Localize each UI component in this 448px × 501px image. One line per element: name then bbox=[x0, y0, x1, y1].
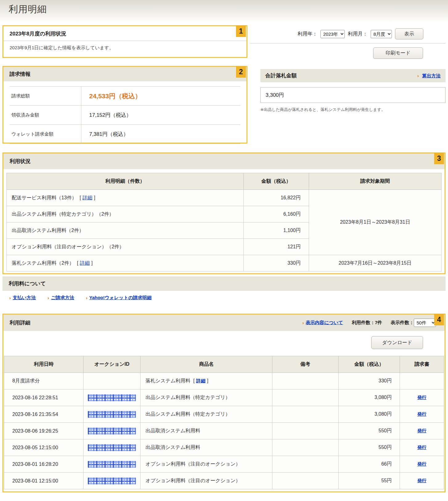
page-title: 利用明細 bbox=[9, 3, 47, 16]
month-label: 利用月： bbox=[348, 31, 368, 37]
column-header: 商品名 bbox=[141, 356, 272, 373]
per-page-label: 表示件数： bbox=[391, 320, 414, 326]
auction-id-masked bbox=[88, 444, 136, 451]
usage-datetime-cell: 8月度請求分 bbox=[4, 373, 83, 389]
total-win-amount: 3,300円 bbox=[260, 87, 446, 103]
column-header: 金額（税込） bbox=[244, 173, 309, 190]
auction-id-masked bbox=[88, 478, 136, 484]
auction-id-masked bbox=[88, 394, 136, 401]
payment-method-link[interactable]: 支払い方法 bbox=[13, 295, 36, 301]
table-row: 請求総額 24,533円（税込） bbox=[10, 87, 240, 106]
billing-method-link[interactable]: ご請求方法 bbox=[51, 295, 74, 301]
per-page-select[interactable]: 50件 bbox=[414, 319, 436, 327]
invoice-cell: 発行 bbox=[400, 423, 444, 439]
auction-id-masked bbox=[88, 428, 136, 434]
usage-amount-cell: 1,100円 bbox=[244, 222, 309, 239]
invoice-cell: 発行 bbox=[400, 389, 444, 406]
issue-invoice-link[interactable]: 発行 bbox=[417, 428, 426, 433]
show-button[interactable]: 表示 bbox=[395, 28, 423, 39]
note-cell bbox=[272, 406, 338, 423]
auction-id-cell bbox=[83, 389, 141, 406]
amount-cell: 3,080円 bbox=[338, 406, 400, 423]
billing-period-cell: 2023年8月1日～2023年8月31日 bbox=[309, 190, 441, 255]
table-row: 2023-08-16 21:35:54 出品システム利用料（特定カテゴリ） 3,… bbox=[4, 406, 444, 423]
usage-period-title: 2023年8月度の利用状況 bbox=[3, 26, 246, 41]
usage-datetime-cell: 2023-08-16 22:28:51 bbox=[4, 389, 83, 406]
about-link-wrap: › 表示内容について bbox=[302, 320, 343, 326]
bracket: ] bbox=[91, 260, 92, 266]
column-header: 請求対象期間 bbox=[309, 173, 441, 190]
issue-invoice-link[interactable]: 発行 bbox=[417, 395, 426, 400]
usage-amount-cell: 16,822円 bbox=[244, 190, 309, 206]
billing-row-value: 17,152円（税込） bbox=[81, 106, 240, 125]
product-name-cell: 出品取消システム利用料 bbox=[141, 439, 272, 456]
issue-invoice-link[interactable]: 発行 bbox=[417, 411, 426, 417]
billing-row-value: 7,381円（税込） bbox=[81, 125, 240, 144]
chevron-right-icon: › bbox=[47, 295, 49, 300]
usage-item-cell: オプション利用料（注目のオークション）（2件） bbox=[7, 239, 244, 255]
amount-cell: 550円 bbox=[338, 423, 400, 439]
issue-invoice-link[interactable]: 発行 bbox=[417, 478, 426, 483]
table-row: 落札システム利用料（2件） [詳細] 330円 2023年7月16日～2023年… bbox=[7, 255, 442, 271]
auction-id-cell bbox=[83, 439, 141, 456]
usage-item-cell: 出品システム利用料（特定カテゴリ）（2件） bbox=[7, 206, 244, 222]
panel-number-badge-4: 4 bbox=[434, 314, 444, 325]
chevron-right-icon: › bbox=[302, 320, 304, 325]
usage-amount-cell: 6,160円 bbox=[244, 206, 309, 222]
issue-invoice-link[interactable]: 発行 bbox=[417, 461, 426, 466]
detail-link[interactable]: 詳細 bbox=[196, 378, 206, 383]
fee-link-wrap: › Yahoo!ウォレットの請求明細 bbox=[86, 295, 152, 301]
note-cell bbox=[272, 373, 338, 389]
display-contents-link[interactable]: 表示内容について bbox=[306, 320, 343, 326]
chevron-right-icon: › bbox=[417, 73, 419, 78]
year-select[interactable]: 2023年 bbox=[320, 30, 345, 38]
usage-status-panel: 3 利用状況 利用明細（件数） 金額（税込） 請求対象期間 配送サービス利用料（… bbox=[2, 153, 446, 274]
usage-datetime-cell: 2023-08-01 16:28:20 bbox=[4, 456, 83, 473]
auction-id-masked bbox=[88, 461, 136, 468]
per-page-control: 表示件数： 50件 bbox=[391, 319, 436, 327]
usage-item-label: 配送サービス利用料（13件） bbox=[12, 195, 77, 200]
total-win-header: 合計落札金額 › 算出方法 bbox=[260, 69, 446, 82]
billing-row-label: 領収済み金額 bbox=[10, 106, 81, 125]
usage-detail-title: 利用詳細 bbox=[10, 319, 31, 326]
column-header: 利用明細（件数） bbox=[7, 173, 244, 190]
product-name-cell: 出品システム利用料（特定カテゴリ） bbox=[141, 406, 272, 423]
month-select[interactable]: 8月度 bbox=[371, 30, 392, 38]
panel-number-badge-3: 3 bbox=[434, 153, 444, 164]
download-button[interactable]: ダウンロード bbox=[371, 336, 423, 349]
table-row: ウォレット請求金額 7,381円（税込） bbox=[10, 125, 240, 144]
auction-id-masked bbox=[88, 411, 136, 418]
detail-link[interactable]: 詳細 bbox=[80, 260, 90, 266]
issue-invoice-link[interactable]: 発行 bbox=[417, 445, 426, 450]
invoice-cell: 発行 bbox=[400, 406, 444, 423]
column-header: 請求書 bbox=[400, 356, 444, 373]
amount-cell: 66円 bbox=[338, 456, 400, 473]
amount-cell: 330円 bbox=[338, 373, 400, 389]
fee-info-header: 利用料について bbox=[2, 276, 446, 291]
detail-link[interactable]: 詳細 bbox=[83, 195, 92, 200]
billing-row-label: ウォレット請求金額 bbox=[10, 125, 81, 144]
calc-method-link[interactable]: 算出方法 bbox=[422, 73, 441, 78]
chevron-right-icon: › bbox=[86, 295, 88, 300]
invoice-cell bbox=[400, 373, 444, 389]
table-header-row: 利用日時 オークションID 商品名 備考 金額（税込） 請求書 bbox=[4, 356, 444, 373]
fee-info-links: › 支払い方法 › ご請求方法 › Yahoo!ウォレットの請求明細 bbox=[9, 295, 152, 301]
auction-id-cell bbox=[83, 473, 141, 489]
usage-datetime-cell: 2023-08-01 12:15:00 bbox=[4, 473, 83, 489]
bracket: ] bbox=[94, 195, 95, 200]
billing-info-panel: 2 請求情報 請求総額 24,533円（税込） 領収済み金額 17,152円（税… bbox=[2, 66, 247, 144]
table-row: 2023-08-05 12:15:00 出品取消システム利用料 550円 発行 bbox=[4, 439, 444, 456]
year-label: 利用年： bbox=[298, 31, 317, 37]
calc-method-link-wrap: › 算出方法 bbox=[417, 73, 441, 79]
auction-id-cell bbox=[83, 373, 141, 389]
print-mode-button[interactable]: 印刷モード bbox=[373, 47, 423, 59]
usage-datetime-cell: 2023-08-16 21:35:54 bbox=[4, 406, 83, 423]
product-name-cell: オプション利用料（注目のオークション） bbox=[141, 473, 272, 489]
billing-total-amount: 24,533円（税込） bbox=[81, 87, 240, 106]
wallet-billing-link[interactable]: Yahoo!ウォレットの請求明細 bbox=[89, 295, 152, 301]
note-cell bbox=[272, 423, 338, 439]
auction-id-cell bbox=[83, 456, 141, 473]
panel-number-badge-2: 2 bbox=[236, 66, 246, 78]
table-row: 2023-08-06 19:26:25 出品取消システム利用料 550円 発行 bbox=[4, 423, 444, 439]
usage-period-note: 2023年9月1日に確定した情報を表示しています。 bbox=[3, 41, 246, 55]
